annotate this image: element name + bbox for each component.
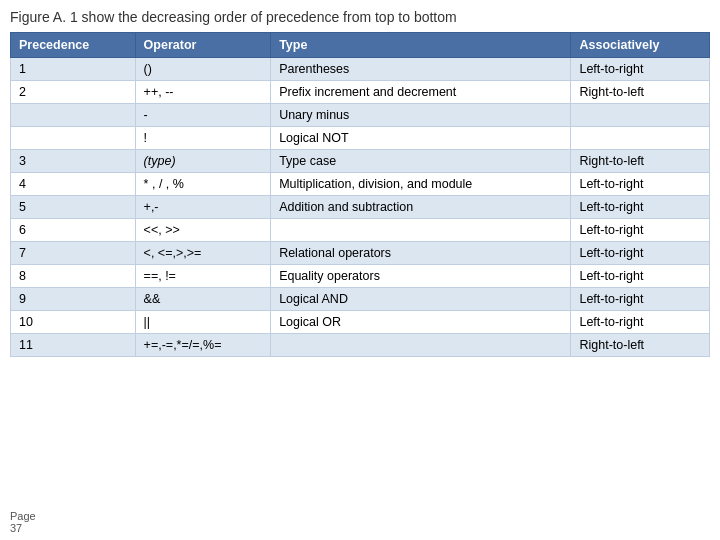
col-header-associatively: Associatively <box>571 33 710 58</box>
cell-associatively: Left-to-right <box>571 242 710 265</box>
col-header-type: Type <box>271 33 571 58</box>
cell-operator: * , / , % <box>135 173 271 196</box>
table-row: 10||Logical ORLeft-to-right <box>11 311 710 334</box>
cell-operator: <<, >> <box>135 219 271 242</box>
col-header-operator: Operator <box>135 33 271 58</box>
cell-precedence <box>11 127 136 150</box>
cell-type: Parentheses <box>271 58 571 81</box>
table-row: 1()ParenthesesLeft-to-right <box>11 58 710 81</box>
cell-associatively <box>571 104 710 127</box>
cell-precedence: 10 <box>11 311 136 334</box>
cell-associatively: Left-to-right <box>571 58 710 81</box>
cell-operator: ++, -- <box>135 81 271 104</box>
cell-associatively: Left-to-right <box>571 196 710 219</box>
cell-associatively: Left-to-right <box>571 173 710 196</box>
cell-precedence: 4 <box>11 173 136 196</box>
cell-type <box>271 219 571 242</box>
cell-operator: && <box>135 288 271 311</box>
cell-associatively: Left-to-right <box>571 219 710 242</box>
cell-associatively: Left-to-right <box>571 288 710 311</box>
table-row: !Logical NOT <box>11 127 710 150</box>
cell-associatively: Left-to-right <box>571 265 710 288</box>
cell-type: Relational operators <box>271 242 571 265</box>
cell-precedence: 7 <box>11 242 136 265</box>
cell-type: Logical OR <box>271 311 571 334</box>
table-row: 11+=,-=,*=/=,%=Right-to-left <box>11 334 710 357</box>
table-header-row: Precedence Operator Type Associatively <box>11 33 710 58</box>
cell-operator: ! <box>135 127 271 150</box>
cell-type: Addition and subtraction <box>271 196 571 219</box>
cell-type: Equality operators <box>271 265 571 288</box>
page-title: Figure A. 1 show the decreasing order of… <box>10 8 710 26</box>
cell-operator: +,- <box>135 196 271 219</box>
cell-associatively: Right-to-left <box>571 81 710 104</box>
table-row: 8==, !=Equality operatorsLeft-to-right <box>11 265 710 288</box>
col-header-precedence: Precedence <box>11 33 136 58</box>
cell-operator: +=,-=,*=/=,%= <box>135 334 271 357</box>
table-row: 7<, <=,>,>=Relational operatorsLeft-to-r… <box>11 242 710 265</box>
cell-associatively: Left-to-right <box>571 311 710 334</box>
cell-precedence: 5 <box>11 196 136 219</box>
cell-precedence: 3 <box>11 150 136 173</box>
cell-type <box>271 334 571 357</box>
cell-precedence: 1 <box>11 58 136 81</box>
cell-type: Logical NOT <box>271 127 571 150</box>
table-row: 5+,-Addition and subtractionLeft-to-righ… <box>11 196 710 219</box>
cell-type: Logical AND <box>271 288 571 311</box>
table-body: 1()ParenthesesLeft-to-right2++, --Prefix… <box>11 58 710 357</box>
cell-precedence: 6 <box>11 219 136 242</box>
cell-operator: (type) <box>135 150 271 173</box>
page-label: Page <box>10 510 36 522</box>
table-row: 9&&Logical ANDLeft-to-right <box>11 288 710 311</box>
page-footer: Page 37 <box>10 510 36 534</box>
table-row: -Unary minus <box>11 104 710 127</box>
cell-operator: - <box>135 104 271 127</box>
page-container: Figure A. 1 show the decreasing order of… <box>0 0 720 540</box>
cell-associatively <box>571 127 710 150</box>
table-row: 4* , / , %Multiplication, division, and … <box>11 173 710 196</box>
table-row: 6<<, >>Left-to-right <box>11 219 710 242</box>
cell-type: Prefix increment and decrement <box>271 81 571 104</box>
cell-precedence <box>11 104 136 127</box>
cell-operator: () <box>135 58 271 81</box>
precedence-table: Precedence Operator Type Associatively 1… <box>10 32 710 357</box>
table-row: 2++, --Prefix increment and decrementRig… <box>11 81 710 104</box>
cell-precedence: 9 <box>11 288 136 311</box>
cell-operator: || <box>135 311 271 334</box>
cell-operator: ==, != <box>135 265 271 288</box>
cell-type: Multiplication, division, and module <box>271 173 571 196</box>
page-number: 37 <box>10 522 22 534</box>
cell-operator: <, <=,>,>= <box>135 242 271 265</box>
cell-type: Unary minus <box>271 104 571 127</box>
cell-precedence: 2 <box>11 81 136 104</box>
cell-associatively: Right-to-left <box>571 150 710 173</box>
cell-precedence: 11 <box>11 334 136 357</box>
cell-associatively: Right-to-left <box>571 334 710 357</box>
table-row: 3(type)Type caseRight-to-left <box>11 150 710 173</box>
cell-precedence: 8 <box>11 265 136 288</box>
cell-type: Type case <box>271 150 571 173</box>
